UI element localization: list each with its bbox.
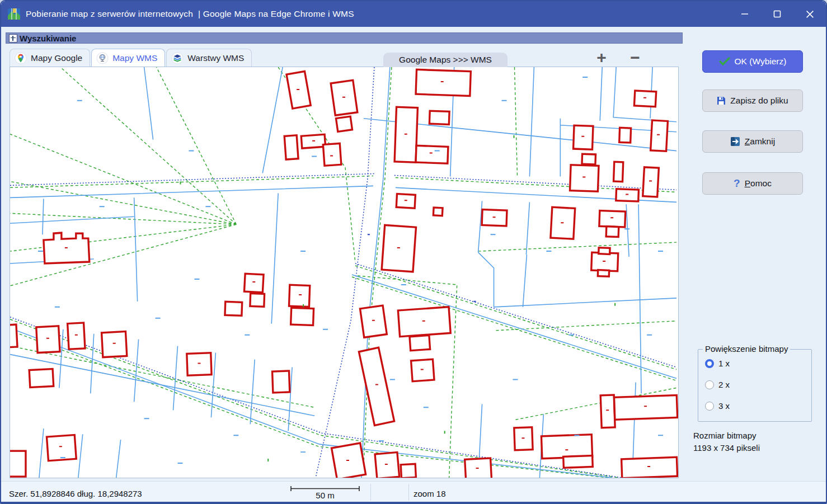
radio-2x[interactable]: 2 x	[705, 380, 730, 389]
radio-3x-label: 3 x	[718, 401, 730, 411]
floppy-disk-icon	[717, 96, 726, 105]
maximize-icon	[773, 10, 781, 18]
save-to-file-button[interactable]: Zapisz do pliku	[702, 90, 803, 112]
window-title: Pobieranie map z serwerów internetowych …	[26, 9, 354, 19]
radio-1x-label: 1 x	[718, 359, 730, 368]
tab-label: Mapy WMS	[112, 53, 157, 63]
tab-label: Mapy Google	[31, 53, 82, 63]
question-mark-icon: ?	[734, 177, 740, 190]
tab-warstwy-wms[interactable]: Warstwy WMS	[166, 49, 252, 67]
search-section-label: Wyszukiwanie	[20, 34, 76, 43]
layers-icon	[171, 52, 184, 64]
maximize-button[interactable]	[761, 1, 793, 27]
close-button[interactable]	[793, 1, 826, 27]
ok-button-label: OK (Wybierz)	[735, 56, 787, 67]
window-controls	[729, 1, 826, 27]
radio-icon	[705, 359, 714, 368]
google-maps-pin-icon	[15, 52, 27, 64]
wms-map-canvas[interactable]	[10, 67, 678, 478]
title-bar: Pobieranie map z serwerów internetowych …	[1, 1, 826, 27]
ok-button[interactable]: OK (Wybierz)	[702, 50, 803, 73]
expand-plus-icon[interactable]	[9, 34, 17, 43]
tab-mapy-google[interactable]: Mapy Google	[10, 49, 90, 67]
radio-icon	[705, 402, 714, 411]
help-button[interactable]: ? Pomoc	[702, 172, 803, 195]
tab-mapy-wms[interactable]: Mapy WMS	[91, 49, 165, 67]
help-button-label: Pomoc	[745, 178, 772, 189]
close-button-label: Zamknij	[745, 136, 775, 147]
bitmap-zoom-legend: Powiększenie bitmapy	[703, 344, 790, 354]
radio-2x-label: 2 x	[718, 380, 730, 389]
close-icon	[806, 10, 814, 18]
app-map-icon	[7, 8, 21, 20]
zoom-level-readout: zoom 18	[414, 489, 446, 498]
map-zoom-in-button[interactable]: +	[589, 49, 614, 66]
tab-strip: Mapy Google Mapy WMS Warstwy WMS	[10, 48, 253, 67]
radio-1x[interactable]: 1 x	[705, 359, 730, 368]
minimize-button[interactable]	[729, 1, 761, 27]
status-separator	[408, 484, 409, 501]
exit-arrow-icon	[730, 136, 740, 147]
status-separator	[370, 484, 371, 501]
coordinates-readout: Szer. 51,8928846 dług. 18,2948273	[9, 489, 142, 498]
globe-icon	[96, 52, 109, 64]
status-bar: Szer. 51,8928846 dług. 18,2948273 50 m z…	[1, 481, 826, 503]
minimize-icon	[741, 10, 749, 18]
save-button-label: Zapisz do pliku	[730, 96, 788, 106]
map-zoom-out-button[interactable]: −	[622, 49, 648, 66]
search-section-bar[interactable]: Wyszukiwanie	[6, 32, 683, 44]
radio-icon	[705, 380, 714, 389]
bitmap-zoom-group: Powiększenie bitmapy 1 x 2 x 3 x	[698, 349, 812, 422]
radio-3x[interactable]: 3 x	[705, 401, 730, 411]
app-window: Pobieranie map z serwerów internetowych …	[0, 0, 827, 504]
scale-label: 50 m	[289, 491, 361, 500]
check-icon	[719, 57, 730, 66]
close-dialog-button[interactable]: Zamknij	[702, 130, 803, 153]
bitmap-size-value: 1193 x 734 pikseli	[693, 443, 760, 453]
map-viewport	[10, 67, 679, 478]
direction-label: Google Maps >>> WMS	[383, 53, 508, 67]
tab-label: Warstwy WMS	[187, 53, 244, 63]
bitmap-size-title: Rozmiar bitmapy	[693, 431, 756, 440]
